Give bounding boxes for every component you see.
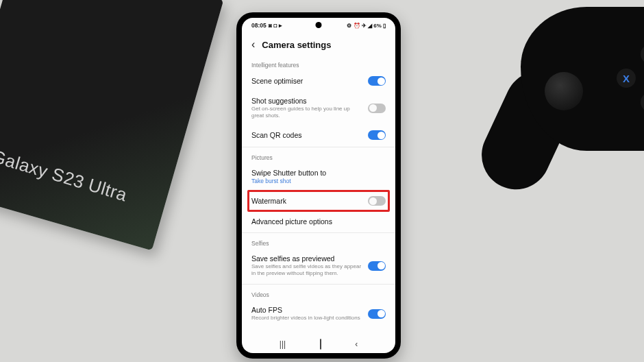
auto-fps-toggle[interactable]	[368, 309, 386, 319]
controller-thumbstick	[545, 72, 583, 110]
scene-optimiser-title: Scene optimiser	[251, 77, 362, 85]
scan-qr-toggle[interactable]	[368, 130, 386, 140]
game-controller: Y X B A	[480, 0, 644, 206]
advanced-picture-row[interactable]: Advanced picture options	[251, 212, 386, 231]
scan-qr-row[interactable]: Scan QR codes	[251, 125, 386, 145]
divider	[242, 284, 395, 285]
controller-a-button: A	[641, 93, 644, 112]
watermark-title: Watermark	[251, 197, 362, 205]
scene-optimiser-toggle[interactable]	[368, 76, 386, 86]
shot-suggestions-row[interactable]: Shot suggestions Get on-screen guides to…	[251, 91, 386, 125]
auto-fps-row[interactable]: Auto FPS Record brighter videos in low-l…	[251, 300, 386, 327]
status-time: 08:05	[251, 22, 267, 29]
section-pictures: Pictures	[251, 149, 386, 163]
settings-list[interactable]: Intelligent features Scene optimiser Sho…	[242, 56, 395, 338]
swipe-shutter-value: Take burst shot	[251, 178, 386, 184]
section-intelligent: Intelligent features	[251, 56, 386, 71]
back-button[interactable]: ‹	[251, 38, 255, 51]
phone-device: 08:05 ◙ ◘ ▸ ⚙ ⏰ ✈ ◢ 6% ▯ ‹ Camera settin…	[236, 12, 401, 359]
status-right-icons: ⚙ ⏰ ✈ ◢ 6% ▯	[347, 23, 386, 29]
shot-suggestions-title: Shot suggestions	[251, 97, 362, 105]
status-left-icons: ◙ ◘ ▸	[269, 22, 282, 29]
watermark-row[interactable]: Watermark	[251, 192, 386, 210]
controller-face-buttons: Y X B A	[617, 45, 644, 113]
swipe-shutter-row[interactable]: Swipe Shutter button to Take burst shot	[251, 163, 386, 190]
controller-y-button: Y	[641, 45, 644, 64]
swipe-shutter-title: Swipe Shutter button to	[251, 169, 386, 177]
save-selfies-row[interactable]: Save selfies as previewed Save selfies a…	[251, 249, 386, 282]
scene-optimiser-row[interactable]: Scene optimiser	[251, 71, 386, 91]
advanced-picture-title: Advanced picture options	[251, 217, 386, 226]
box-label: Galaxy S23 Ultra	[0, 146, 129, 206]
divider	[242, 147, 395, 147]
shot-suggestions-toggle[interactable]	[368, 104, 386, 113]
galaxy-s23-box: Galaxy S23 Ultra	[0, 0, 223, 250]
save-selfies-toggle[interactable]	[368, 261, 386, 271]
auto-fps-title: Auto FPS	[251, 306, 362, 314]
watermark-highlight: Watermark	[247, 190, 390, 212]
divider	[242, 232, 395, 233]
phone-screen: 08:05 ◙ ◘ ▸ ⚙ ⏰ ✈ ◢ 6% ▯ ‹ Camera settin…	[242, 18, 395, 353]
nav-home[interactable]	[320, 339, 321, 349]
section-videos: Videos	[251, 286, 386, 300]
navigation-bar: ||| ‹	[242, 338, 395, 353]
nav-back[interactable]: ‹	[355, 339, 358, 349]
page-title: Camera settings	[262, 40, 331, 50]
auto-fps-desc: Record brighter videos in low-light cond…	[251, 315, 362, 322]
settings-header: ‹ Camera settings	[242, 32, 395, 56]
watermark-toggle[interactable]	[368, 196, 386, 206]
controller-x-button: X	[617, 69, 636, 88]
section-selfies: Selfies	[251, 234, 386, 249]
save-selfies-desc: Save selfies and selfie videos as they a…	[251, 263, 362, 277]
nav-recents[interactable]: |||	[280, 339, 286, 349]
save-selfies-title: Save selfies as previewed	[251, 254, 362, 263]
scan-qr-title: Scan QR codes	[251, 131, 362, 139]
shot-suggestions-desc: Get on-screen guides to help you line up…	[251, 106, 362, 119]
camera-hole	[316, 22, 322, 28]
